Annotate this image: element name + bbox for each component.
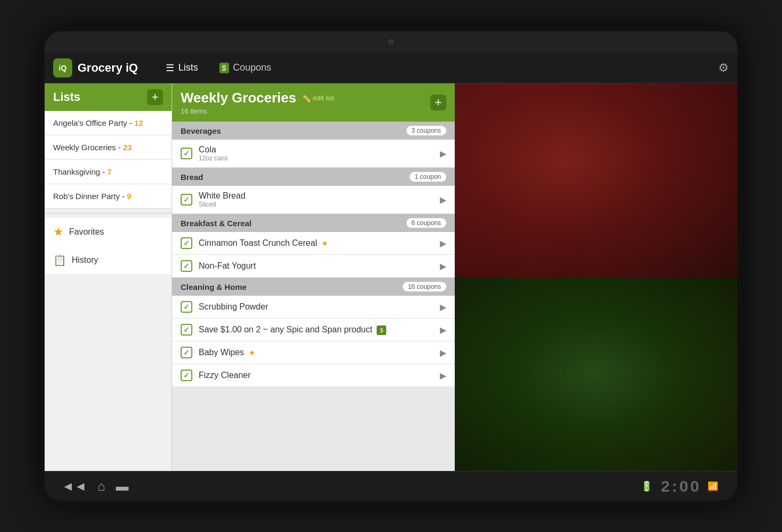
app-header: iQ Grocery iQ ☰ Lists $ Coupons ⚙ bbox=[45, 53, 737, 83]
yogurt-arrow: ▶ bbox=[440, 261, 446, 271]
scrubbing-info: Scrubbing Powder bbox=[199, 302, 434, 312]
item-cinnamon-toast[interactable]: ✓ Cinnamon Toast Crunch Cereal ★ ▶ bbox=[172, 232, 455, 255]
list-item-thanksgiving[interactable]: Thanksgiving - 7 bbox=[45, 160, 172, 184]
star-icon: ★ bbox=[53, 225, 64, 239]
yogurt-info: Non-Fat Yogurt bbox=[199, 261, 434, 271]
nav-tabs: ☰ Lists $ Coupons bbox=[151, 60, 706, 76]
nav-tab-lists[interactable]: ☰ Lists bbox=[162, 60, 202, 76]
list-item-weekly[interactable]: Weekly Groceries - 23 bbox=[45, 135, 172, 160]
cola-arrow: ▶ bbox=[440, 149, 446, 159]
logo-icon: iQ bbox=[53, 58, 72, 78]
tablet-bottom-bar: ◄◄ ⌂ ▬ 🔋 2:00 📶 bbox=[45, 471, 737, 501]
bread-coupons: 1 coupon bbox=[410, 172, 446, 182]
item-baby-wipes[interactable]: ✓ Baby Wipes ★ ▶ bbox=[172, 341, 455, 364]
cola-info: Cola 12oz cans bbox=[199, 145, 434, 162]
recent-button[interactable]: ▬ bbox=[116, 479, 129, 494]
cinnamon-checkbox[interactable]: ✓ bbox=[181, 237, 192, 249]
cinnamon-arrow: ▶ bbox=[440, 238, 446, 248]
add-list-button[interactable]: + bbox=[147, 89, 163, 105]
list-item-angela[interactable]: Angela's Office Party - 12 bbox=[45, 111, 172, 135]
pencil-icon: ✏️ bbox=[302, 94, 311, 102]
fizzy-checkbox[interactable]: ✓ bbox=[181, 370, 192, 381]
list-item-robs[interactable]: Rob's Dinner Party - 9 bbox=[45, 184, 172, 209]
scrubbing-arrow: ▶ bbox=[440, 302, 446, 312]
category-breakfast: Breakfast & Cereal 6 coupons bbox=[172, 214, 455, 232]
favorites-item[interactable]: ★ Favorites bbox=[45, 218, 172, 246]
wipes-arrow: ▶ bbox=[440, 348, 446, 358]
item-spic-span[interactable]: ✓ Save $1.00 on 2 ~ any Spic and Span pr… bbox=[172, 319, 455, 341]
category-cleaning: Cleaning & Home 16 coupons bbox=[172, 278, 455, 296]
item-scrubbing-powder[interactable]: ✓ Scrubbing Powder ▶ bbox=[172, 296, 455, 319]
edit-list-link[interactable]: ✏️ edit list bbox=[302, 94, 334, 102]
list-panel-count: 16 Items bbox=[181, 107, 334, 115]
item-fizzy-cleaner[interactable]: ✓ Fizzy Cleaner ▶ bbox=[172, 364, 455, 387]
app-logo: iQ Grocery iQ bbox=[53, 58, 138, 78]
sidebar: Lists + Angela's Office Party - 12 Weekl… bbox=[45, 83, 172, 471]
history-item[interactable]: 📋 History bbox=[45, 246, 172, 274]
cleaning-coupons: 16 coupons bbox=[403, 282, 446, 291]
cola-checkbox[interactable]: ✓ bbox=[181, 148, 192, 159]
app-title: Grocery iQ bbox=[78, 61, 138, 75]
main-area: Lists + Angela's Office Party - 12 Weekl… bbox=[45, 83, 737, 471]
photo-tomatoes bbox=[455, 83, 737, 277]
wipes-checkbox[interactable]: ✓ bbox=[181, 347, 192, 358]
time-display: 2:00 bbox=[661, 477, 701, 495]
item-white-bread[interactable]: ✓ White Bread Sliced ▶ bbox=[172, 186, 455, 214]
list-panel: Weekly Groceries ✏️ edit list 16 Items + bbox=[172, 83, 455, 471]
list-panel-title-area: Weekly Groceries ✏️ edit list 16 Items bbox=[181, 90, 334, 115]
category-beverages: Beverages 3 coupons bbox=[172, 122, 455, 140]
tablet-content: iQ Grocery iQ ☰ Lists $ Coupons ⚙ bbox=[45, 53, 737, 471]
main-content-row: Weekly Groceries ✏️ edit list 16 Items + bbox=[172, 83, 737, 471]
battery-icon: 🔋 bbox=[641, 480, 654, 492]
nav-tab-coupons[interactable]: $ Coupons bbox=[215, 60, 276, 76]
item-yogurt[interactable]: ✓ Non-Fat Yogurt ▶ bbox=[172, 255, 455, 278]
bread-arrow: ▶ bbox=[440, 195, 446, 205]
signal-icon: 📶 bbox=[708, 481, 720, 491]
bread-info: White Bread Sliced bbox=[199, 191, 434, 208]
content-right bbox=[455, 83, 737, 471]
lists-icon: ☰ bbox=[166, 62, 174, 74]
sidebar-divider bbox=[45, 213, 172, 213]
fizzy-info: Fizzy Cleaner bbox=[199, 371, 434, 380]
cinnamon-info: Cinnamon Toast Crunch Cereal ★ bbox=[199, 238, 434, 248]
category-bread: Bread 1 coupon bbox=[172, 168, 455, 186]
list-panel-title: Weekly Groceries ✏️ edit list bbox=[181, 90, 334, 106]
tablet: iQ Grocery iQ ☰ Lists $ Coupons ⚙ bbox=[40, 27, 742, 505]
scrubbing-checkbox[interactable]: ✓ bbox=[181, 301, 192, 313]
wipes-info: Baby Wipes ★ bbox=[199, 348, 434, 357]
lists-section: Angela's Office Party - 12 Weekly Grocer… bbox=[45, 111, 172, 471]
nav-buttons: ◄◄ ⌂ ▬ bbox=[62, 479, 129, 494]
history-icon: 📋 bbox=[53, 254, 66, 267]
bread-checkbox[interactable]: ✓ bbox=[181, 194, 192, 205]
spic-arrow: ▶ bbox=[440, 325, 446, 335]
coupon-icon: $ bbox=[377, 325, 386, 335]
home-button[interactable]: ⌂ bbox=[98, 479, 106, 494]
list-items-container: Beverages 3 coupons ✓ Cola 12oz cans ▶ bbox=[172, 122, 455, 471]
breakfast-coupons: 6 coupons bbox=[406, 218, 446, 228]
status-right: 🔋 2:00 📶 bbox=[641, 477, 720, 495]
tablet-top-bar bbox=[45, 31, 737, 53]
list-panel-name: Weekly Groceries bbox=[181, 90, 296, 106]
beverages-coupons: 3 coupons bbox=[406, 126, 446, 135]
photo-vegetables bbox=[455, 277, 737, 471]
spic-checkbox[interactable]: ✓ bbox=[181, 324, 192, 336]
coupons-icon: $ bbox=[219, 63, 229, 73]
list-panel-header: Weekly Groceries ✏️ edit list 16 Items + bbox=[172, 83, 455, 122]
item-cola[interactable]: ✓ Cola 12oz cans ▶ bbox=[172, 140, 455, 168]
settings-icon[interactable]: ⚙ bbox=[718, 61, 729, 75]
sidebar-title: Lists bbox=[53, 90, 80, 104]
spic-info: Save $1.00 on 2 ~ any Spic and Span prod… bbox=[199, 325, 434, 335]
camera bbox=[388, 39, 394, 45]
fizzy-arrow: ▶ bbox=[440, 371, 446, 381]
sidebar-header: Lists + bbox=[45, 83, 172, 111]
add-item-button[interactable]: + bbox=[430, 95, 446, 110]
back-button[interactable]: ◄◄ bbox=[62, 479, 87, 494]
yogurt-checkbox[interactable]: ✓ bbox=[181, 260, 192, 272]
